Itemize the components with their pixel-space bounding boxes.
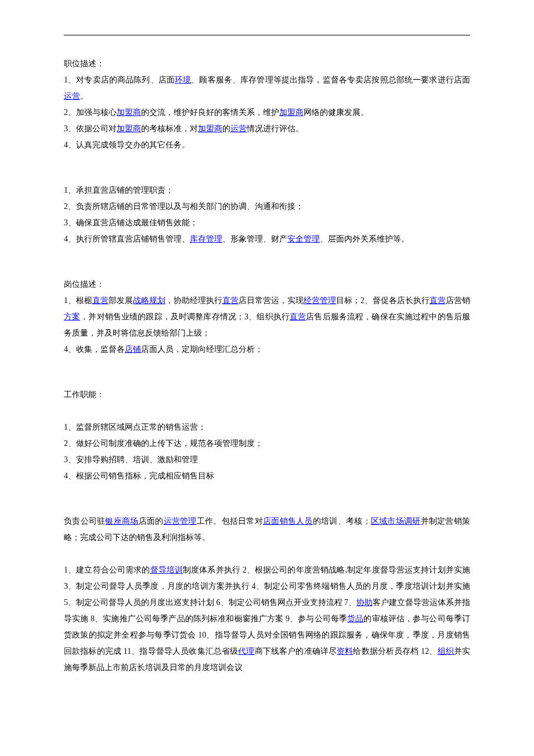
text: 商下线客户的准确详尽 — [255, 647, 337, 656]
link-inventory-management[interactable]: 库存管理 — [190, 235, 222, 243]
text: 的 — [222, 124, 230, 133]
link-franchisee[interactable]: 加盟商 — [198, 124, 222, 133]
text: 情况进行评估。 — [247, 124, 304, 133]
item-1-2: 2、加强与核心加盟商的交流，维护好良好的客情关系，维护加盟商网络的健康发展。 — [64, 105, 470, 121]
text: 的培训、考核； — [313, 517, 371, 525]
section-job-description-1: 职位描述： 1、对专卖店的商品陈列、店面环境、顾客服务、库存管理等提出指导，监督… — [64, 56, 470, 153]
text: 店面人员，定期向经理汇总分析； — [141, 345, 263, 354]
item-3-1-2-3: 1、根椐直营部发展战略规划，协助经理执行直营店日常营运，实现经营管理目标；2、督… — [64, 293, 470, 341]
item-4-2: 2、做好公司制度准确的上传下达，规范各项管理制度； — [64, 435, 470, 452]
link-direct-sales[interactable]: 直营 — [290, 312, 306, 321]
link-store[interactable]: 店铺 — [125, 345, 141, 354]
section-responsibilities-2: 1、承担直营店铺的管理职责； 2、负责所辖店铺的日常管理以及与相关部门的协调、沟… — [64, 182, 470, 247]
heading-1: 职位描述： — [64, 56, 470, 72]
link-strategic-planning[interactable]: 战略规划 — [133, 296, 165, 305]
item-5: 负责公司驻银座商场店面的运营管理工作。包括日常对店面销售人员的培训、考核；区域市… — [64, 513, 470, 546]
document-page: 职位描述： 1、对专卖店的商品陈列、店面环境、顾客服务、库存管理等提出指导，监督… — [0, 0, 534, 740]
text: 、形象管理、财产 — [222, 235, 287, 243]
text: 、顾客服务、库存管理等提出指导，监督各专卖店按照总部统一要求进行店面 — [191, 75, 470, 84]
item-2-3: 3、确保直营店铺达成最佳销售效能； — [64, 215, 470, 231]
link-direct-sales[interactable]: 直营 — [92, 296, 109, 305]
link-security-management[interactable]: 安全管理 — [287, 235, 320, 243]
link-franchisee[interactable]: 加盟商 — [117, 108, 141, 117]
text: 部发展 — [109, 296, 133, 305]
text: 网络的健康发展。 — [304, 108, 369, 117]
text: 1、根椐 — [64, 296, 92, 305]
horizontal-rule — [64, 35, 470, 35]
text: 、层面内外关系维护等。 — [320, 235, 409, 243]
text: 4、收集，监督各 — [64, 345, 125, 354]
text: 4、执行所管辖直营店铺销售管理、 — [64, 235, 190, 243]
link-business-management[interactable]: 经营管理 — [304, 296, 336, 305]
section-details-6: 1、建立符合公司需求的督导培训制度体系并执行 2、根据公司的年度营销战略,制定年… — [64, 562, 470, 676]
text: 给数据分析员存档 12、 — [353, 647, 437, 656]
link-supervisor-training[interactable]: 督导培训 — [150, 566, 183, 574]
text: 负责公司驻 — [64, 517, 105, 525]
heading-4: 工作职能： — [64, 387, 470, 403]
text: 2、加强与核心 — [64, 108, 117, 117]
item-2-1: 1、承担直营店铺的管理职责； — [64, 182, 470, 199]
item-3-4: 4、收集，监督各店铺店面人员，定期向经理汇总分析； — [64, 341, 470, 358]
link-agent[interactable]: 代理 — [238, 647, 254, 656]
item-6: 1、建立符合公司需求的督导培训制度体系并执行 2、根据公司的年度营销战略,制定年… — [64, 562, 470, 676]
item-4-1: 1、监督所辖区域网点正常的销售运营； — [64, 419, 470, 435]
section-responsibility-5: 负责公司驻银座商场店面的运营管理工作。包括日常对店面销售人员的培训、考核；区域市… — [64, 513, 470, 546]
text: ，协助经理执行 — [165, 296, 222, 305]
link-regional-market-research[interactable]: 区域市场调研 — [371, 517, 421, 525]
link-yinzuo-mall[interactable]: 银座商场 — [105, 517, 138, 525]
text: ，并对销售业绩的跟踪，及时调整库存情况；3、组织执行 — [80, 312, 290, 321]
text: 目标；2、督促各店长执行 — [336, 296, 430, 305]
item-1-1: 1、对专卖店的商品陈列、店面环境、顾客服务、库存管理等提出指导，监督各专卖店按照… — [64, 72, 470, 105]
link-direct-sales[interactable]: 直营 — [430, 296, 446, 305]
text: 1、对专卖店的商品陈列、店面 — [64, 75, 175, 84]
text: 店日常营运，实现 — [239, 296, 304, 305]
item-4-4: 4、根据公司销售指标，完成相应销售目标 — [64, 468, 470, 484]
link-organize[interactable]: 组织 — [438, 647, 454, 656]
item-2-4: 4、执行所管辖直营店铺销售管理、库存管理、形象管理、财产安全管理、层面内外关系维… — [64, 231, 470, 247]
item-4-3: 3、安排导购招聘、培训、激励和管理 — [64, 452, 470, 468]
link-materials[interactable]: 资料 — [337, 647, 353, 656]
link-store-sales-staff[interactable]: 店面销售人员 — [263, 517, 313, 525]
text: 店营销 — [446, 296, 470, 305]
section-job-functions-4: 工作职能： 1、监督所辖区域网点正常的销售运营； 2、做好公司制度准确的上传下达… — [64, 387, 470, 484]
link-direct-sales[interactable]: 直营 — [222, 296, 239, 305]
link-environment[interactable]: 环境 — [175, 75, 191, 84]
text: 店面的 — [139, 517, 164, 525]
text: 工作。包括日常对 — [197, 517, 263, 525]
link-operation-management[interactable]: 运营管理 — [164, 517, 197, 525]
item-2-2: 2、负责所辖店铺的日常管理以及与相关部门的协调、沟通和衔接； — [64, 199, 470, 215]
text: 。 — [80, 92, 88, 100]
link-franchisee[interactable]: 加盟商 — [279, 108, 304, 117]
link-assist[interactable]: 协助 — [356, 598, 373, 607]
text: 1、建立符合公司需求的 — [64, 566, 150, 574]
link-goods[interactable]: 货品 — [347, 614, 363, 623]
text: 的考核标准，对 — [141, 124, 198, 133]
link-operation[interactable]: 运营 — [64, 92, 80, 100]
item-1-4: 4、认真完成领导交办的其它任务。 — [64, 137, 470, 153]
link-franchisee[interactable]: 加盟商 — [117, 124, 141, 133]
text: 3、依据公司对 — [64, 124, 117, 133]
link-plan[interactable]: 方案 — [64, 312, 80, 321]
text: 的交流，维护好良好的客情关系，维护 — [141, 108, 279, 117]
item-1-3: 3、依据公司对加盟商的考核标准，对加盟商的运营情况进行评估。 — [64, 121, 470, 137]
link-operation[interactable]: 运营 — [230, 124, 247, 133]
heading-3: 岗位描述： — [64, 276, 470, 293]
section-position-description-3: 岗位描述： 1、根椐直营部发展战略规划，协助经理执行直营店日常营运，实现经营管理… — [64, 276, 470, 358]
